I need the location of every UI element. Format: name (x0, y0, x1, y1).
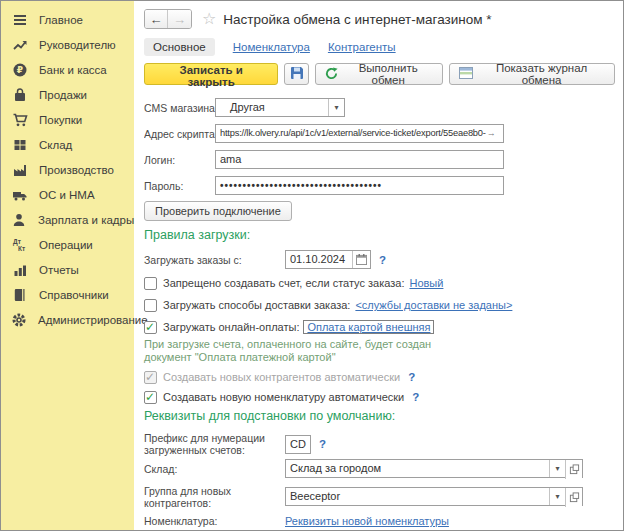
online-payments-label: Загружать онлайн-оплаты: (163, 321, 299, 333)
checkbox-row-delivery-methods: Загружать способы доставки заказа: <служ… (144, 298, 615, 312)
calendar-icon[interactable] (352, 251, 370, 268)
sidebar-item-purchases[interactable]: Покупки (1, 107, 134, 132)
prefix-input[interactable]: CD (285, 435, 311, 454)
auto-nomenclature-label: Создавать новую номенклатуру автоматичес… (163, 391, 404, 403)
note-line-1: При загрузке счета, оплаченного на сайте… (144, 338, 615, 351)
note-line-2: документ "Оплата платежной картой" (144, 351, 615, 364)
warehouse-value: Склад за городом (286, 460, 549, 477)
cms-select[interactable]: Другая ▾ (215, 98, 345, 117)
field-row-group: Группа для новых контрагентов: Beeceptor… (144, 486, 615, 507)
book-icon (11, 287, 28, 303)
warehouse-select[interactable]: Склад за городом ▾ (285, 459, 583, 478)
sidebar-item-label: ОС и НМА (39, 189, 95, 201)
help-icon[interactable]: ? (379, 254, 386, 266)
refresh-icon (325, 67, 338, 82)
open-item-icon[interactable] (565, 460, 582, 479)
checkbox-row-forbid-invoice: Запрещено создавать счет, если статус за… (144, 276, 615, 290)
group-select[interactable]: Beeceptor ▾ (285, 487, 583, 506)
barchart-icon (11, 262, 28, 278)
svg-text:₽: ₽ (16, 65, 22, 75)
prefix-label: Префикс для нумерации загруженных счетов… (144, 432, 285, 456)
save-close-button[interactable]: Записать и закрыть (144, 63, 278, 85)
help-icon[interactable]: ? (408, 371, 415, 383)
sidebar-item-label: Главное (39, 14, 83, 26)
open-item-icon[interactable] (565, 488, 582, 507)
order-status-link[interactable]: Новый (409, 277, 443, 289)
sidebar-item-manager[interactable]: Руководителю (1, 32, 134, 57)
tab-counterparties[interactable]: Контрагенты (328, 41, 396, 53)
login-input[interactable]: ama (215, 150, 504, 169)
app-window: Главное Руководителю ₽ Банк и касса Прод… (0, 0, 624, 531)
chevron-down-icon[interactable]: ▾ (328, 99, 344, 116)
help-icon[interactable]: ? (319, 438, 326, 450)
field-row-password: Пароль: ••••••••••••••••••••••••••••••••… (144, 175, 615, 196)
login-label: Логин: (144, 154, 215, 166)
tab-main[interactable]: Основное (144, 38, 215, 56)
delivery-services-link[interactable]: <службы доставки не заданы> (355, 299, 512, 311)
floppy-icon (290, 66, 304, 82)
execute-exchange-label: Выполнить обмен (343, 62, 433, 86)
help-icon[interactable]: ? (412, 391, 419, 403)
sidebar-item-bank-cash[interactable]: ₽ Банк и касса (1, 57, 134, 82)
page-title: Настройка обмена с интернет-магазином * (223, 12, 491, 27)
sidebar-item-operations[interactable]: ДтКт Операции (1, 232, 134, 257)
chevron-down-icon[interactable]: ▾ (549, 488, 565, 505)
orders-from-date-value[interactable]: 01.10.2024 (286, 251, 352, 268)
save-button[interactable] (284, 63, 309, 85)
sidebar-item-label: Операции (39, 239, 93, 251)
delivery-methods-label: Загружать способы доставки заказа: (163, 299, 350, 311)
sidebar-item-sales[interactable]: Продажи (1, 82, 134, 107)
toolbar: Записать и закрыть Выполнить обмен Показ… (144, 63, 615, 85)
defaults-section-header: Реквизиты для подстановки по умолчанию: (144, 408, 615, 424)
journal-icon (459, 67, 473, 81)
delivery-methods-checkbox[interactable] (144, 299, 157, 312)
truck-icon (11, 187, 28, 203)
sidebar-item-main[interactable]: Главное (1, 7, 134, 32)
script-url-input[interactable]: https://lk.olvery.ru/api/1c/v1/external/… (215, 124, 504, 143)
group-value: Beeceptor (286, 488, 549, 505)
sidebar-item-fixed-assets[interactable]: ОС и НМА (1, 182, 134, 207)
sidebar-item-label: Продажи (39, 89, 87, 101)
sidebar-item-reports[interactable]: Отчеты (1, 257, 134, 282)
nav-row: ← → ☆ Настройка обмена с интернет-магази… (144, 9, 615, 29)
person-icon (11, 212, 27, 228)
back-button[interactable]: ← (145, 10, 168, 28)
favorite-star-icon[interactable]: ☆ (202, 11, 216, 27)
svg-text:Кт: Кт (18, 245, 25, 252)
forbid-invoice-label: Запрещено создавать счет, если статус за… (163, 277, 404, 289)
password-input[interactable]: •••••••••••••••••••••••••••••••••••• (215, 176, 504, 195)
warehouse-label: Склад: (144, 463, 285, 475)
execute-exchange-button[interactable]: Выполнить обмен (315, 63, 443, 85)
factory-icon (11, 162, 28, 178)
sidebar-item-label: Зарплата и кадры (38, 214, 134, 226)
field-row-script: Адрес скрипта: https://lk.olvery.ru/api/… (144, 123, 615, 144)
cms-value: Другая (216, 99, 328, 116)
sidebar-item-administration[interactable]: Администрирование (1, 307, 134, 332)
check-connection-row: Проверить подключение (144, 201, 615, 221)
history-nav: ← → (144, 9, 192, 29)
new-nomenclature-details-link[interactable]: Реквизиты новой номенклатуры (285, 515, 449, 527)
orders-from-date-field[interactable]: 01.10.2024 (285, 250, 371, 269)
sidebar: Главное Руководителю ₽ Банк и касса Прод… (1, 1, 134, 530)
sidebar-item-production[interactable]: Производство (1, 157, 134, 182)
field-row-cms: CMS магазина: Другая ▾ (144, 97, 615, 118)
bag-icon (11, 87, 28, 103)
sidebar-item-catalogs[interactable]: Справочники (1, 282, 134, 307)
password-label: Пароль: (144, 180, 215, 192)
auto-nomenclature-checkbox[interactable] (144, 391, 157, 404)
chevron-down-icon[interactable]: ▾ (549, 460, 565, 477)
sidebar-item-warehouse[interactable]: Склад (1, 132, 134, 157)
online-payments-checkbox[interactable] (144, 321, 157, 334)
forward-button[interactable]: → (168, 10, 191, 28)
checkbox-row-online-payments: Загружать онлайн-оплаты: Оплата картой в… (144, 320, 615, 334)
show-exchange-journal-button[interactable]: Показать журнал обмена (449, 63, 615, 85)
field-row-orders-from: Загружать заказы с: 01.10.2024 ? (144, 249, 615, 270)
payment-type-link[interactable]: Оплата картой внешняя (303, 320, 434, 334)
sidebar-item-label: Отчеты (39, 264, 79, 276)
sidebar-item-payroll[interactable]: Зарплата и кадры (1, 207, 134, 232)
script-label: Адрес скрипта: (144, 128, 215, 140)
forbid-invoice-checkbox[interactable] (144, 277, 157, 290)
tab-nomenclature[interactable]: Номенклатура (233, 41, 310, 53)
auto-counterparties-checkbox (144, 371, 157, 384)
check-connection-button[interactable]: Проверить подключение (144, 201, 292, 221)
